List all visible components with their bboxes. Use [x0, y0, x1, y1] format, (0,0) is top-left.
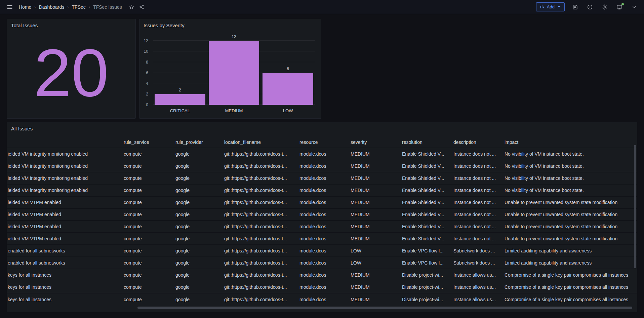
table-cell: MEDIUM — [349, 293, 400, 305]
panel-total-issues: Total Issues 20 — [7, 19, 136, 119]
table-cell: Enable VPC flow l... — [400, 245, 451, 257]
table-cell: git::https://github.com/dcos-t... — [222, 148, 297, 160]
column-header-rule_provider[interactable]: rule_provider — [173, 136, 222, 148]
table-cell: Unable to prevent unwanted system state … — [502, 196, 637, 208]
table-cell: google — [173, 293, 222, 305]
table-cell: compute — [122, 269, 173, 281]
bar-critical[interactable] — [155, 94, 205, 105]
table-cell: Enable Shielded V... — [400, 221, 451, 233]
breadcrumb-item-dashboards[interactable]: Dashboards — [39, 4, 65, 10]
bar-chart-x-axis: CRITICALMEDIUMLOW — [153, 108, 315, 114]
bar-low[interactable] — [263, 73, 313, 105]
table-cell: ielded VM integrity monitoring enabled — [7, 184, 122, 196]
y-tick-label: 8 — [146, 60, 148, 65]
star-icon — [129, 4, 134, 10]
table-cell: compute — [122, 221, 173, 233]
table-cell: MEDIUM — [349, 269, 400, 281]
y-tick-label: 12 — [144, 38, 148, 43]
table-cell: module.dcos — [297, 221, 349, 233]
bar-medium[interactable] — [209, 41, 259, 105]
table-cell: keys for all instances — [7, 281, 122, 293]
table-cell: Instance allows us... — [451, 269, 502, 281]
table-row: ielded VM VTPM enabledcomputegooglegit::… — [7, 233, 637, 245]
table-cell: git::https://github.com/dcos-t... — [222, 293, 297, 305]
kiosk-mode-button[interactable] — [615, 3, 624, 11]
column-header-description[interactable]: description — [451, 136, 502, 148]
column-header-location_filename[interactable]: location_filename — [222, 136, 297, 148]
table-row: ielded VM integrity monitoring enabledco… — [7, 160, 637, 172]
column-header-clipped[interactable] — [7, 136, 122, 148]
save-dashboard-button[interactable] — [571, 3, 579, 11]
table-cell: google — [173, 184, 222, 196]
table-cell: MEDIUM — [349, 196, 400, 208]
table-cell: compute — [122, 184, 173, 196]
share-dashboard-button[interactable] — [137, 3, 146, 11]
table-cell: module.dcos — [297, 245, 349, 257]
top-nav: Home › Dashboards › TFSec › TFSec Issues — [0, 0, 644, 14]
table-cell: Instance does not ... — [451, 196, 502, 208]
table-cell: Subnetwork does ... — [451, 257, 502, 269]
star-dashboard-button[interactable] — [127, 3, 136, 11]
vertical-scrollbar[interactable] — [634, 145, 636, 268]
table-cell: compute — [122, 196, 173, 208]
table-cell: ielded VM VTPM enabled — [7, 208, 122, 221]
total-issues-value: 20 — [7, 31, 135, 115]
bar-value-label: 12 — [207, 34, 261, 39]
breadcrumb-separator: › — [67, 4, 69, 9]
table-cell: Unable to prevent unwanted system state … — [502, 208, 637, 221]
table-cell: compute — [122, 293, 173, 305]
table-cell: git::https://github.com/dcos-t... — [222, 233, 297, 245]
table-cell: Instance does not ... — [451, 148, 502, 160]
table-cell: module.dcos — [297, 184, 349, 196]
table-cell: git::https://github.com/dcos-t... — [222, 269, 297, 281]
issues-table: rule_servicerule_providerlocation_filena… — [7, 136, 637, 305]
column-header-impact[interactable]: impact — [502, 136, 637, 148]
table-row: ielded VM VTPM enabledcomputegooglegit::… — [7, 208, 637, 221]
column-header-resource[interactable]: resource — [297, 136, 349, 148]
collapse-nav-button[interactable] — [630, 3, 639, 11]
table-cell: google — [173, 148, 222, 160]
table-cell: ielded VM VTPM enabled — [7, 196, 122, 208]
issues-table-body: ielded VM integrity monitoring enabledco… — [7, 148, 637, 305]
y-tick-label: 10 — [144, 49, 148, 54]
table-cell: No visibility of VM instance boot state. — [502, 148, 637, 160]
table-cell: Compromise of a single key pair compromi… — [502, 269, 637, 281]
table-cell: module.dcos — [297, 172, 349, 184]
table-cell: No visibility of VM instance boot state. — [502, 160, 637, 172]
table-row: enabled for all subnetworkscomputegoogle… — [7, 245, 637, 257]
column-header-resolution[interactable]: resolution — [400, 136, 451, 148]
table-cell: compute — [122, 281, 173, 293]
bar-value-label: 2 — [153, 88, 207, 92]
table-cell: google — [173, 245, 222, 257]
bar-chart-plot: 2126 — [153, 41, 315, 105]
grafana-app: Home › Dashboards › TFSec › TFSec Issues — [0, 0, 644, 318]
table-cell: Enable Shielded V... — [400, 233, 451, 245]
table-cell: ielded VM integrity monitoring enabled — [7, 172, 122, 184]
y-tick-label: 0 — [146, 103, 148, 107]
table-row: ielded VM VTPM enabledcomputegooglegit::… — [7, 196, 637, 208]
gear-icon — [602, 4, 608, 10]
menu-toggle-button[interactable] — [5, 3, 14, 11]
table-cell: MEDIUM — [349, 160, 400, 172]
panel-title: All Issues — [7, 122, 637, 132]
save-icon — [572, 4, 578, 10]
dashboard-insights-button[interactable] — [586, 3, 594, 11]
table-cell: No visibility of VM instance boot state. — [502, 184, 637, 196]
breadcrumb: Home › Dashboards › TFSec › TFSec Issues — [19, 4, 122, 10]
column-header-rule_service[interactable]: rule_service — [122, 136, 173, 148]
table-cell: google — [173, 257, 222, 269]
breadcrumb-item-tfsec[interactable]: TFSec — [72, 4, 86, 10]
nav-right: Add — [536, 2, 639, 11]
dashboard-settings-button[interactable] — [600, 3, 609, 11]
table-cell: MEDIUM — [349, 221, 400, 233]
horizontal-scrollbar[interactable] — [137, 307, 632, 309]
table-cell: keys for all instances — [7, 269, 122, 281]
column-header-severity[interactable]: severity — [349, 136, 400, 148]
table-cell: module.dcos — [297, 293, 349, 305]
breadcrumb-item-home[interactable]: Home — [19, 4, 31, 10]
table-cell: Limited auditing capability and awarenes… — [502, 245, 637, 257]
table-cell: Instance allows us... — [451, 281, 502, 293]
bar-chart-y-axis: 024681012 — [139, 41, 150, 105]
table-cell: Instance does not ... — [451, 160, 502, 172]
add-button[interactable]: Add — [536, 2, 565, 11]
